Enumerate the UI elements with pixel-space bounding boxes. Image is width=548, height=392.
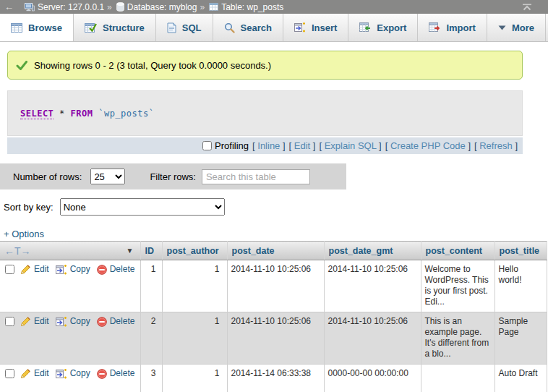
tab-sql[interactable]: SQL bbox=[156, 14, 213, 41]
tab-export[interactable]: Export bbox=[348, 14, 418, 41]
sql-keyword-from: FROM bbox=[71, 108, 93, 119]
options-toggle-link[interactable]: + Options bbox=[4, 229, 44, 239]
cell-post_date[interactable]: 2014-11-10 10:25:06 bbox=[227, 260, 324, 312]
cell-post_content[interactable]: This is an example page. It's different … bbox=[421, 312, 495, 365]
results-table: ←T→ ▼ IDpost_authorpost_datepost_date_gm… bbox=[0, 241, 547, 392]
cell-post_content[interactable] bbox=[421, 365, 495, 392]
cell-post_date[interactable]: 2014-11-10 10:25:06 bbox=[227, 312, 324, 365]
results-table-wrap: ←T→ ▼ IDpost_authorpost_datepost_date_gm… bbox=[0, 241, 548, 392]
cell-ID[interactable]: 2 bbox=[140, 312, 162, 365]
query-link-edit[interactable]: Edit bbox=[294, 140, 310, 151]
action-label: Delete bbox=[110, 316, 135, 327]
delete-icon bbox=[97, 317, 107, 327]
tab-label: Browse bbox=[28, 22, 62, 33]
copy-icon bbox=[56, 265, 67, 275]
column-header-post_date_gmt[interactable]: post_date_gmt bbox=[324, 242, 421, 260]
sql-query-box: SELECT * FROM `wp_posts` bbox=[7, 90, 523, 136]
page-size-select[interactable]: 25 bbox=[90, 169, 125, 184]
breadcrumb-item-1[interactable]: Server: 127.0.0.1 bbox=[38, 2, 104, 12]
nav-back-arrow-icon[interactable]: ← bbox=[4, 1, 23, 12]
query-toolbar: Profiling [ Inline ][ Edit ][ Explain SQ… bbox=[7, 137, 523, 154]
query-link-refresh[interactable]: Refresh bbox=[479, 140, 513, 151]
action-label: Edit bbox=[34, 368, 49, 379]
cell-post_author[interactable]: 1 bbox=[162, 260, 227, 312]
cell-post_title[interactable]: Sample Page bbox=[495, 312, 547, 365]
query-link-inline[interactable]: Inline bbox=[257, 140, 280, 151]
column-header-post_date[interactable]: post_date bbox=[227, 242, 324, 260]
row-checkbox[interactable] bbox=[5, 265, 14, 274]
cell-post_title[interactable]: Auto Draft bbox=[495, 365, 547, 392]
filter-rows-label: Filter rows: bbox=[150, 171, 196, 182]
column-header-post_title[interactable]: post_title bbox=[495, 242, 547, 260]
row-edit-link[interactable]: Edit bbox=[20, 368, 49, 379]
sql-keyword-select[interactable]: SELECT bbox=[20, 108, 53, 119]
cell-post_date_gmt[interactable]: 2014-11-10 10:25:06 bbox=[324, 312, 421, 365]
cell-post_author[interactable]: 1 bbox=[162, 312, 227, 365]
row-copy-link[interactable]: Copy bbox=[56, 264, 90, 275]
cell-ID[interactable]: 3 bbox=[140, 365, 162, 392]
column-header-ID[interactable]: ID bbox=[140, 242, 162, 260]
tab-browse[interactable]: Browse bbox=[0, 14, 74, 41]
sql-icon bbox=[167, 22, 176, 33]
breadcrumb-separator: » bbox=[200, 2, 205, 12]
cell-post_author[interactable]: 1 bbox=[162, 365, 227, 392]
breadcrumb-item-2[interactable]: Database: myblog bbox=[127, 2, 197, 12]
column-header-post_author[interactable]: post_author bbox=[162, 242, 227, 260]
server-icon bbox=[25, 3, 35, 12]
action-label: Edit bbox=[34, 264, 49, 275]
action-label: Edit bbox=[34, 316, 49, 327]
query-link-create-php-code[interactable]: Create PHP Code bbox=[390, 140, 466, 151]
row-copy-link[interactable]: Copy bbox=[56, 368, 90, 379]
delete-icon bbox=[97, 265, 107, 275]
query-link-bracket: [ Explain SQL ] bbox=[319, 140, 381, 151]
query-link-explain-sql[interactable]: Explain SQL bbox=[325, 140, 377, 151]
query-link-bracket: [ Edit ] bbox=[289, 140, 316, 151]
tab-label: Export bbox=[377, 22, 406, 33]
tab-label: SQL bbox=[182, 22, 202, 33]
top-breadcrumb-bar: ← Server: 127.0.0.1»Database: myblog»Tab… bbox=[0, 0, 548, 14]
browse-icon bbox=[11, 23, 22, 33]
table-row: EditCopyDelete112014-11-10 10:25:062014-… bbox=[0, 260, 547, 312]
breadcrumb-item-3[interactable]: Table: wp_posts bbox=[221, 2, 283, 12]
tab-insert[interactable]: Insert bbox=[283, 14, 348, 41]
action-label: Copy bbox=[70, 368, 90, 379]
row-delete-link[interactable]: Delete bbox=[97, 316, 135, 327]
tab-import[interactable]: Import bbox=[418, 14, 487, 41]
cell-post_date_gmt[interactable]: 0000-00-00 00:00:00 bbox=[324, 365, 421, 392]
sort-row: Sort by key: None bbox=[0, 197, 548, 217]
search-icon bbox=[224, 22, 235, 33]
cell-post_content[interactable]: Welcome to WordPress. This is your first… bbox=[421, 260, 495, 312]
sql-table-name: `wp_posts` bbox=[93, 108, 154, 119]
table-header-row: ←T→ ▼ IDpost_authorpost_datepost_date_gm… bbox=[0, 242, 547, 260]
row-checkbox[interactable] bbox=[5, 317, 14, 326]
row-delete-link[interactable]: Delete bbox=[97, 368, 135, 379]
cell-ID[interactable]: 1 bbox=[140, 260, 162, 312]
column-header-post_content[interactable]: post_content bbox=[421, 242, 495, 260]
tab-structure[interactable]: Structure bbox=[74, 14, 156, 41]
delete-icon bbox=[97, 369, 107, 379]
row-actions-position-toggle[interactable]: ←T→ bbox=[4, 245, 31, 257]
tab-label: More bbox=[512, 22, 534, 33]
sort-by-key-select[interactable]: None bbox=[60, 198, 225, 216]
table-row: EditCopyDelete312014-11-14 06:33:380000-… bbox=[0, 365, 547, 392]
database-icon bbox=[116, 2, 124, 12]
structure-icon bbox=[85, 22, 97, 33]
tab-label: Structure bbox=[103, 22, 145, 33]
row-copy-link[interactable]: Copy bbox=[56, 316, 90, 327]
profiling-checkbox[interactable] bbox=[202, 141, 212, 150]
cell-post_date_gmt[interactable]: 2014-11-10 10:25:06 bbox=[324, 260, 421, 312]
row-delete-link[interactable]: Delete bbox=[97, 264, 135, 275]
row-edit-link[interactable]: Edit bbox=[20, 264, 49, 275]
cell-post_title[interactable]: Hello world! bbox=[495, 260, 547, 312]
sort-caret-icon[interactable]: ▼ bbox=[127, 247, 134, 255]
tab-bar: BrowseStructureSQLSearchInsertExportImpo… bbox=[0, 14, 548, 42]
filter-rows-input[interactable] bbox=[202, 169, 310, 184]
tab-search[interactable]: Search bbox=[213, 14, 283, 41]
tab-more[interactable]: More bbox=[487, 14, 546, 41]
table-icon bbox=[209, 3, 218, 11]
row-edit-link[interactable]: Edit bbox=[20, 316, 49, 327]
collapse-icon[interactable] bbox=[522, 4, 532, 11]
profiling-label: Profiling bbox=[215, 140, 249, 151]
cell-post_date[interactable]: 2014-11-14 06:33:38 bbox=[227, 365, 324, 392]
row-checkbox[interactable] bbox=[5, 369, 14, 378]
